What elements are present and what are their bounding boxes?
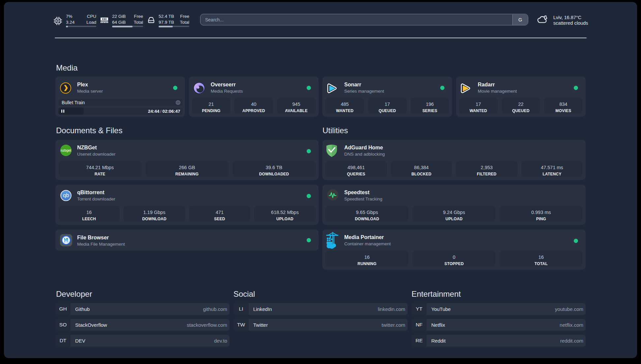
svg-text:qb: qb (63, 192, 69, 198)
svg-text:nzbget: nzbget (61, 148, 71, 152)
